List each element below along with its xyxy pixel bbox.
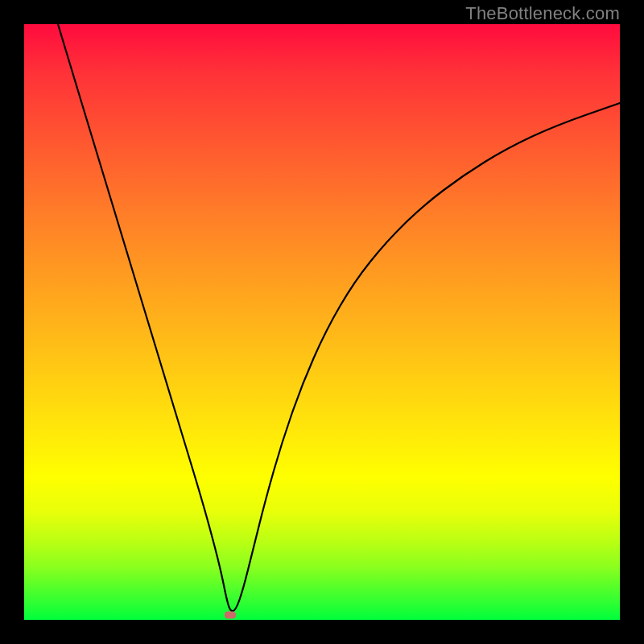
- bottleneck-curve: [24, 24, 620, 620]
- optimum-marker: [225, 612, 236, 619]
- plot-area: [24, 24, 620, 620]
- curve-path: [58, 24, 620, 611]
- chart-frame: TheBottleneck.com: [0, 0, 644, 644]
- watermark-text: TheBottleneck.com: [465, 3, 620, 24]
